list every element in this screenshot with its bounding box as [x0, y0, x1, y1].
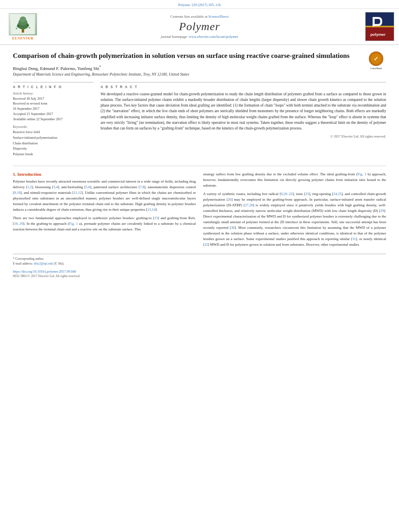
- crossmark-label: CrossMark: [366, 67, 386, 70]
- contents-available-line: Contents lists available at ScienceDirec…: [41, 14, 358, 18]
- email-person: (Y. Shi).: [53, 262, 64, 265]
- ref-12[interactable]: 24,25: [333, 192, 341, 196]
- elsevier-name: ELSEVIER: [12, 36, 34, 40]
- journal-center-info: Contents lists available at ScienceDirec…: [41, 14, 358, 39]
- svg-point-7: [16, 28, 17, 29]
- elsevier-logo-image: [9, 13, 37, 35]
- top-bar: Polymer 129 (2017) 105–116: [0, 0, 399, 9]
- intro-number: 1.: [13, 172, 17, 177]
- received-revised-label: Received in revised form: [13, 101, 93, 106]
- keyword-1: Reactive force field: [13, 129, 93, 135]
- footnote-area: * Corresponding author. E-mail address: …: [13, 254, 386, 278]
- homepage-line: journal homepage: www.elsevier.com/locat…: [41, 35, 358, 39]
- ref-10[interactable]: 9,20–22: [281, 192, 292, 196]
- accepted-date: Accepted 21 September 2017: [13, 111, 93, 117]
- fig1b-link[interactable]: Fig. 1: [358, 172, 366, 176]
- email-link[interactable]: shiy2@rpi.edu: [34, 262, 53, 265]
- issn-line: 0032-3861/© 2017 Elsevier Ltd. All right…: [13, 274, 80, 278]
- article-title: Comparison of chain-growth polymerizatio…: [13, 51, 386, 61]
- article-body: Comparison of chain-growth polymerizatio…: [0, 45, 399, 286]
- section-divider: [13, 166, 386, 166]
- homepage-label: journal homepage:: [161, 35, 188, 39]
- keywords-title: Keywords:: [13, 125, 93, 129]
- footnote-text: * Corresponding author. E-mail address: …: [13, 257, 386, 266]
- footer-links: https://doi.org/10.1016/j.polymer.2017.0…: [13, 269, 386, 278]
- article-info-column: A R T I C L E I N F O Article history: R…: [13, 82, 93, 160]
- keyword-3: Chain distribution: [13, 141, 93, 146]
- homepage-url[interactable]: www.elsevier.com/locate/polymer: [189, 35, 238, 39]
- ref-4[interactable]: 7,8: [140, 185, 144, 189]
- fig1a-link[interactable]: Fig. 1: [69, 222, 78, 226]
- keyword-4: Dispersity: [13, 146, 93, 152]
- intro-heading: 1. Introduction: [13, 172, 196, 177]
- received-date: Received 30 July 2017: [13, 96, 93, 101]
- article-title-text: Comparison of chain-growth polymerizatio…: [13, 52, 350, 60]
- doi-reference: Polymer 129 (2017) 105–116: [178, 3, 221, 7]
- ref-3[interactable]: 5,6: [86, 185, 90, 189]
- revised-date: 16 September 2017: [13, 106, 93, 111]
- info-abstract-section: A R T I C L E I N F O Article history: R…: [13, 82, 386, 160]
- body-right-column: strategy suffers from low grafting densi…: [203, 172, 386, 250]
- authors-text: Binghui Deng, Edmund F. Palermo, Yunfeng…: [13, 66, 101, 71]
- abstract-label: A B S T R A C T: [101, 85, 386, 89]
- ref-6[interactable]: 11,12: [74, 191, 82, 195]
- authors-line: Binghui Deng, Edmund F. Palermo, Yunfeng…: [13, 65, 386, 71]
- ref-17[interactable]: 31: [352, 237, 356, 241]
- ref-5[interactable]: 9,10: [14, 191, 21, 195]
- svg-rect-11: [366, 26, 394, 27]
- elsevier-logo-area: ELSEVIER: [5, 13, 41, 40]
- email-label: E-mail address:: [13, 262, 33, 265]
- copyright-line: © 2017 Elsevier Ltd. All rights reserved…: [101, 134, 386, 138]
- ref-18[interactable]: 32: [204, 242, 208, 246]
- ref-16[interactable]: 30: [231, 226, 234, 230]
- available-date: Available online 22 September 2017: [13, 117, 93, 122]
- ref-13[interactable]: 26: [228, 197, 231, 201]
- right-paragraph-1: strategy suffers from low grafting densi…: [203, 172, 386, 189]
- svg-point-5: [17, 25, 19, 27]
- affiliation: Department of Materials Science and Engi…: [13, 72, 386, 76]
- svg-point-6: [27, 24, 29, 27]
- svg-point-8: [29, 27, 30, 29]
- introduction-section: 1. Introduction Polymer brushes have rec…: [13, 172, 386, 250]
- keyword-5: Polymer brush: [13, 152, 93, 157]
- body-left-column: 1. Introduction Polymer brushes have rec…: [13, 172, 196, 250]
- corresponding-label: * Corresponding author.: [13, 257, 44, 261]
- ref-2[interactable]: 3,4: [53, 185, 58, 189]
- abstract-text: We developed a reactive coarse-grained m…: [101, 91, 386, 131]
- ref-8[interactable]: 15: [154, 216, 158, 220]
- history-title: Article history:: [13, 91, 93, 95]
- sciencedirect-link[interactable]: ScienceDirect: [208, 14, 228, 18]
- article-info-label: A R T I C L E I N F O: [13, 85, 93, 89]
- ref-11[interactable]: 23: [305, 192, 309, 196]
- keyword-2: Surface-initiated polymerization: [13, 135, 93, 141]
- ref-9[interactable]: 16–19: [14, 222, 23, 226]
- journal-title: Polymer: [41, 20, 358, 33]
- ref-15[interactable]: 29: [380, 209, 384, 213]
- polymer-journal-logo: polymer: [358, 12, 394, 41]
- abstract-column: A B S T R A C T We developed a reactive …: [101, 82, 386, 160]
- journal-header: ELSEVIER Contents lists available at Sci…: [0, 9, 399, 45]
- ref-1[interactable]: 1,2: [27, 185, 32, 189]
- page: Polymer 129 (2017) 105–116: [0, 0, 399, 532]
- crossmark-icon: ✓: [369, 51, 383, 66]
- article-history: Article history: Received 30 July 2017 R…: [13, 91, 93, 122]
- keywords-group: Keywords: Reactive force field Surface-i…: [13, 125, 93, 157]
- ref-14[interactable]: 27,28: [245, 203, 253, 207]
- svg-text:✓: ✓: [374, 56, 378, 62]
- intro-paragraph-2: There are two fundamental approaches emp…: [13, 216, 196, 232]
- intro-paragraph-1: Polymer brushes have recently attracted …: [13, 179, 196, 213]
- svg-text:polymer: polymer: [370, 32, 386, 37]
- intro-title: Introduction: [17, 172, 41, 177]
- right-paragraph-2: A variety of synthetic routes, including…: [203, 191, 386, 247]
- svg-point-4: [20, 16, 26, 22]
- crossmark: ✓ CrossMark: [366, 51, 386, 70]
- contents-label: Contents lists available at: [171, 14, 208, 18]
- doi-url[interactable]: https://doi.org/10.1016/j.polymer.2017.0…: [13, 269, 386, 273]
- journal-logo-image: polymer: [365, 12, 394, 41]
- ref-7[interactable]: 13,14: [147, 207, 155, 212]
